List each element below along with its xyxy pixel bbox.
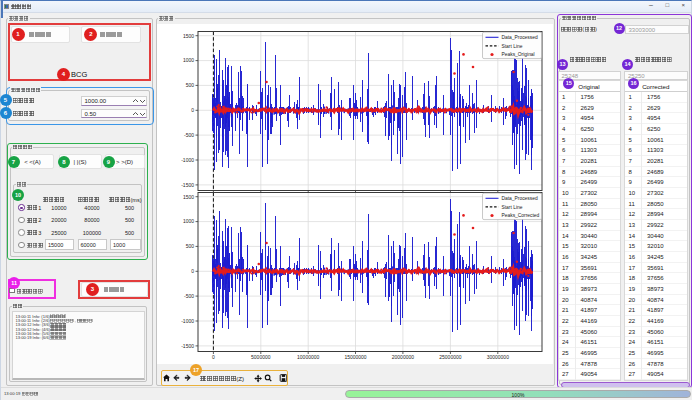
svg-text:0: 0 <box>191 268 194 274</box>
svg-text:-1000: -1000 <box>181 318 194 324</box>
svg-text:-1500: -1500 <box>181 343 194 349</box>
svg-text:-500: -500 <box>184 132 194 138</box>
svg-text:Start Line: Start Line <box>502 44 523 49</box>
svg-text:-1000: -1000 <box>181 157 194 163</box>
svg-text:Data_Processed: Data_Processed <box>502 196 538 201</box>
svg-text:25000000: 25000000 <box>439 354 461 360</box>
svg-text:30000000: 30000000 <box>487 354 509 360</box>
svg-text:1500: 1500 <box>183 194 194 200</box>
svg-text:-1500: -1500 <box>181 182 194 188</box>
svg-text:5000000: 5000000 <box>251 354 271 360</box>
svg-text:500: 500 <box>186 243 195 249</box>
svg-text:500: 500 <box>186 82 195 88</box>
svg-text:0: 0 <box>191 107 194 113</box>
svg-text:15000000: 15000000 <box>344 354 366 360</box>
svg-text:10000000: 10000000 <box>297 354 319 360</box>
svg-text:Peaks_Corrected: Peaks_Corrected <box>502 213 540 218</box>
svg-text:20000000: 20000000 <box>392 354 414 360</box>
svg-text:Start Line: Start Line <box>502 205 523 210</box>
svg-text:Data_Processed: Data_Processed <box>502 35 538 40</box>
svg-text:1500: 1500 <box>183 33 194 39</box>
svg-text:Peaks_Original: Peaks_Original <box>502 52 535 57</box>
svg-text:1000: 1000 <box>183 57 194 63</box>
svg-text:0: 0 <box>212 354 215 360</box>
svg-text:-500: -500 <box>184 293 194 299</box>
svg-text:1000: 1000 <box>183 218 194 224</box>
